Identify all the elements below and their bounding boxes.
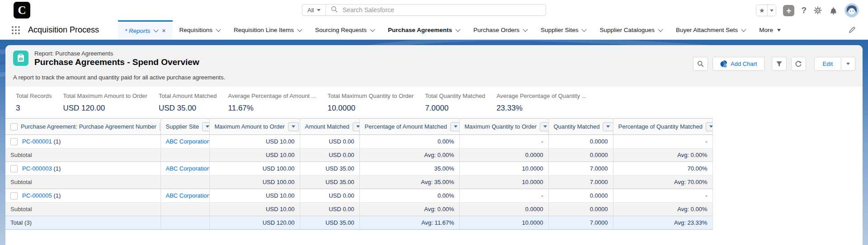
total-row: Total (3)USD 120.00USD 35.00Avg: 11.67%1…: [5, 216, 712, 230]
column-header-maximum-amount-to-order[interactable]: Maximum Amount to Order: [209, 119, 300, 135]
supplier-site-link[interactable]: ABC Corporation: [166, 165, 210, 172]
column-header-amount-matched[interactable]: Amount Matched: [300, 119, 359, 135]
favorites-caret-icon[interactable]: [767, 5, 776, 16]
edit-split-button: Edit: [814, 57, 855, 71]
tab-sourcing-requests[interactable]: Sourcing Requests: [308, 20, 381, 40]
find-in-report-button[interactable]: [693, 57, 708, 71]
tab-buyer-attachment-sets[interactable]: Buyer Attachment Sets: [669, 20, 752, 40]
table-row: PC-000005 (1)ABC CorporationUSD 10.00USD…: [5, 189, 712, 203]
value-cell: Avg: 0.00%: [613, 148, 712, 162]
tab-more[interactable]: More: [752, 20, 788, 40]
tab-label: Requisitions: [179, 27, 213, 33]
value-cell: USD 10.00: [209, 189, 300, 203]
favorites-star-icon[interactable]: ★: [756, 5, 767, 16]
filter-button[interactable]: [772, 57, 787, 71]
column-menu-button[interactable]: [540, 122, 548, 131]
caret-down-icon: [317, 9, 321, 11]
edit-more-caret[interactable]: [841, 57, 855, 71]
column-header-label: Percentage of Quantity Matched: [618, 123, 703, 130]
column-header-maximum-quantity-to-order[interactable]: Maximum Quantity to Order: [459, 119, 548, 135]
column-header-purchase-agreement-purchase-agreement-number[interactable]: Purchase Agreement: Purchase Agreement N…: [5, 119, 160, 135]
chevron-down-icon[interactable]: [523, 27, 528, 32]
value-cell: 10.0000: [459, 162, 548, 176]
favorites-button: ★: [756, 5, 776, 16]
value-cell: 7.0000: [548, 216, 613, 230]
purchase-agreement-link[interactable]: PC-000003: [22, 165, 52, 172]
refresh-button[interactable]: [791, 57, 806, 71]
metric-average-percentage-of-amount: Average Percentage of Amount ... 11.67%: [228, 92, 316, 118]
column-header-label: Quantity Matched: [554, 123, 600, 130]
value-cell: USD 10.00: [209, 135, 300, 148]
empty-cell: [160, 176, 209, 189]
tab-supplier-sites[interactable]: Supplier Sites: [534, 20, 593, 40]
value-cell: 0.0000: [459, 148, 548, 162]
nav-tabs: * Reports×RequisitionsRequisition Line I…: [118, 20, 788, 40]
chevron-down-icon[interactable]: [582, 27, 587, 32]
filter-funnel-icon: [776, 60, 783, 67]
metric-total-maximum-amount-to-order: Total Maximum Amount to Order USD 120.00: [63, 92, 147, 118]
row-label: Subtotal: [10, 206, 32, 213]
search-input[interactable]: [341, 6, 546, 14]
setup-gear-icon[interactable]: [813, 6, 822, 15]
purchase-agreement-link[interactable]: PC-000001: [22, 138, 52, 145]
chevron-down-icon[interactable]: [370, 27, 375, 32]
logo-letter: C: [18, 4, 26, 17]
metric-label: Total Maximum Amount to Order: [63, 92, 147, 99]
help-icon[interactable]: ?: [801, 5, 807, 15]
tab-label: Sourcing Requests: [315, 27, 367, 33]
column-menu-button[interactable]: [353, 122, 359, 131]
row-checkbox[interactable]: [10, 165, 18, 172]
row-label: Subtotal: [10, 152, 32, 158]
row-checkbox[interactable]: [10, 192, 18, 199]
purchase-agreement-link[interactable]: PC-000005: [22, 192, 52, 199]
chevron-down-icon[interactable]: [658, 27, 663, 32]
tab-reports[interactable]: * Reports×: [118, 20, 172, 40]
tab-purchase-orders[interactable]: Purchase Orders: [467, 20, 534, 40]
add-chart-button[interactable]: Add Chart: [712, 57, 764, 71]
column-header-percentage-of-quantity-matched[interactable]: Percentage of Quantity Matched: [613, 119, 712, 135]
column-header-quantity-matched[interactable]: Quantity Matched: [548, 119, 613, 135]
value-cell: USD 0.00: [300, 189, 359, 203]
chevron-down-icon[interactable]: [154, 27, 159, 32]
column-menu-button[interactable]: [603, 122, 613, 131]
chevron-down-icon[interactable]: [297, 27, 302, 32]
global-search[interactable]: All: [302, 4, 546, 16]
table-header-row: Purchase Agreement: Purchase Agreement N…: [5, 119, 712, 135]
edit-nav-pencil-icon[interactable]: [849, 26, 856, 35]
tab-label: Supplier Sites: [541, 27, 578, 33]
company-logo[interactable]: C: [14, 2, 30, 18]
column-header-label: Amount Matched: [305, 123, 349, 130]
search-scope-label: All: [307, 7, 314, 14]
value-cell: Avg: 11.67%: [359, 216, 459, 230]
tab-requisitions[interactable]: Requisitions: [173, 20, 227, 40]
supplier-site-link[interactable]: ABC Corporation: [166, 138, 210, 145]
edit-button[interactable]: Edit: [814, 57, 841, 71]
app-launcher-icon[interactable]: [11, 26, 20, 35]
user-avatar[interactable]: [844, 3, 859, 18]
row-checkbox[interactable]: [10, 138, 18, 145]
column-menu-button[interactable]: [202, 122, 209, 131]
tab-supplier-catalogues[interactable]: Supplier Catalogues: [593, 20, 669, 40]
tab-purchase-agreements[interactable]: Purchase Agreements: [381, 20, 467, 40]
caret-down-icon: [356, 125, 359, 128]
chevron-down-icon[interactable]: [741, 27, 746, 32]
caret-down-icon: [606, 125, 610, 128]
column-menu-button[interactable]: [450, 122, 459, 131]
notifications-bell-icon[interactable]: [829, 6, 838, 15]
supplier-site-link[interactable]: ABC Corporation: [166, 192, 210, 199]
close-icon[interactable]: ×: [162, 27, 165, 34]
empty-cell: [160, 203, 209, 216]
global-actions-plus-icon[interactable]: +: [783, 5, 794, 16]
metric-label: Total Amount Matched: [159, 92, 217, 99]
metric-label: Average Percentage of Quantity ...: [496, 92, 586, 99]
column-header-supplier-site[interactable]: Supplier Site: [160, 119, 209, 135]
column-menu-button[interactable]: [288, 122, 299, 131]
select-all-checkbox[interactable]: [10, 123, 18, 130]
tab-requisition-line-items[interactable]: Requisition Line Items: [227, 20, 308, 40]
search-scope-dropdown[interactable]: All: [302, 5, 326, 15]
column-menu-button[interactable]: [706, 122, 712, 131]
chevron-down-icon[interactable]: [455, 27, 460, 32]
column-header-percentage-of-amount-matched[interactable]: Percentage of Amount Matched: [359, 119, 459, 135]
chevron-down-icon[interactable]: [216, 27, 221, 32]
tab-label: * Reports: [125, 28, 150, 34]
